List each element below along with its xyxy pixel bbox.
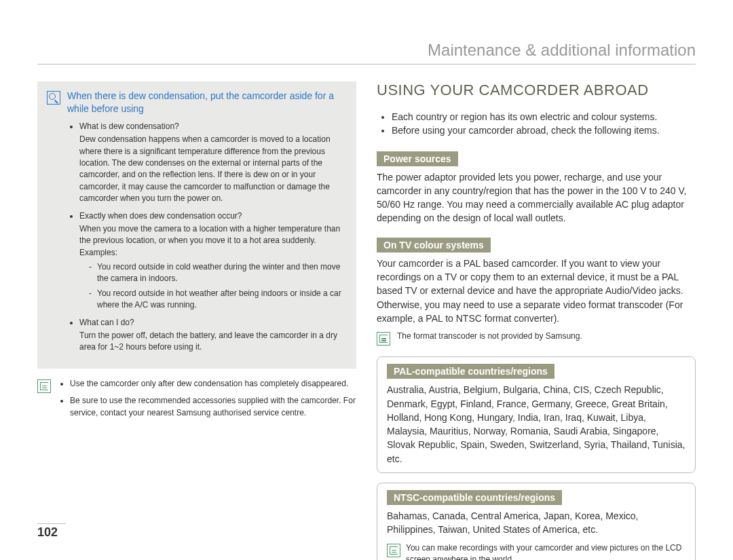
answer-text: Turn the power off, detach the battery, … [79,330,347,354]
ntsc-tag: NTSC-compatible countries/regions [387,490,562,505]
answer-text: Dew condensation happens when a camcorde… [79,134,347,204]
page-number: 102 [37,523,66,540]
note-item: Use the camcorder only after dew condens… [70,378,356,390]
question-text: Exactly when does dew condensation occur… [79,210,347,222]
question-text: What is dew condensation? [79,121,347,132]
note-row: Use the camcorder only after dew condens… [37,378,356,424]
ntsc-text: Bahamas, Canada, Central America, Japan,… [387,509,685,537]
tv-note-text: The format transcoder is not provided by… [397,331,696,342]
callout-list: What is dew condensation? Dew condensati… [67,121,347,354]
two-column-layout: When there is dew condensation, put the … [37,81,696,560]
bullet-item: Each country or region has its own elect… [392,110,696,124]
tv-note-row: The format transcoder is not provided by… [377,331,696,346]
tv-colour-text: Your camcorder is a PAL based camcorder.… [377,257,696,325]
tv-colour-tag: On TV colour systems [377,238,491,253]
pal-box: PAL-compatible countries/regions Austral… [377,356,696,473]
left-column: When there is dew condensation, put the … [37,81,356,560]
note-item: Be sure to use the recommended accessori… [70,395,356,419]
right-column: USING YOUR CAMCORDER ABROAD Each country… [377,81,696,560]
magnifier-icon [47,91,60,105]
section-title: USING YOUR CAMCORDER ABROAD [377,81,696,99]
pal-tag: PAL-compatible countries/regions [387,364,555,379]
note-list: Use the camcorder only after dew condens… [58,378,356,424]
callout-content: When there is dew condensation, put the … [67,90,347,359]
examples-list: You record outside in cold weather durin… [79,261,347,312]
page-header: Maintenance & additional information [37,41,696,64]
list-item: Exactly when does dew condensation occur… [79,210,347,312]
note-icon [377,332,390,346]
question-text: What can I do? [79,317,347,329]
list-item: What is dew condensation? Dew condensati… [79,121,347,205]
note-icon [387,544,400,557]
bullet-item: Before using your camcorder abroad, chec… [392,124,696,137]
example-item: You record outside in hot weather after … [89,288,347,312]
example-item: You record outside in cold weather durin… [89,261,347,285]
callout-heading: When there is dew condensation, put the … [67,90,347,115]
power-sources-tag: Power sources [377,151,458,166]
dew-condensation-callout: When there is dew condensation, put the … [37,81,356,369]
power-sources-text: The power adaptor provided lets you powe… [377,170,696,225]
note-icon [37,379,51,393]
answer-text: When you move the camera to a location w… [79,223,347,259]
manual-page: Maintenance & additional information Whe… [0,0,733,560]
list-item: What can I do? Turn the power off, detac… [79,317,347,354]
intro-bullets: Each country or region has its own elect… [377,110,696,138]
pal-text: Australia, Austria, Belgium, Bulgaria, C… [387,383,685,466]
ntsc-note-row: You can make recordings with your camcor… [387,542,685,560]
ntsc-note-text: You can make recordings with your camcor… [406,542,685,560]
ntsc-box: NTSC-compatible countries/regions Bahama… [377,483,696,560]
